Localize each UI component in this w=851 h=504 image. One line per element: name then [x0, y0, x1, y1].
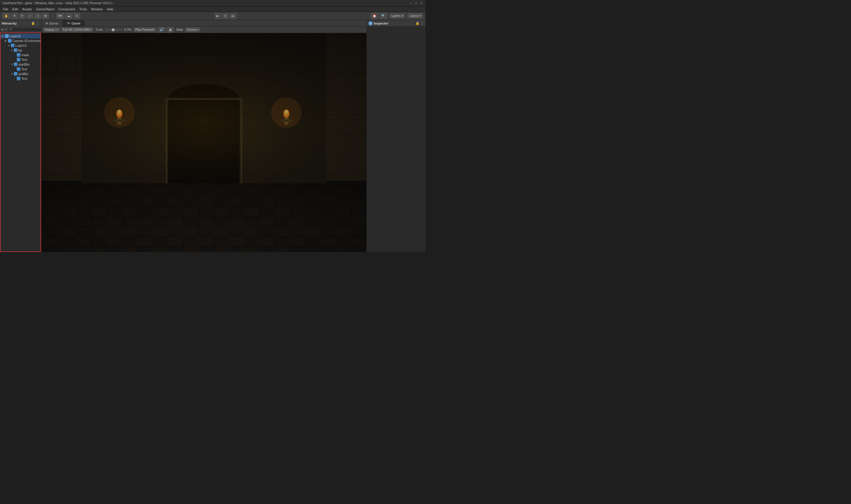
menu-file[interactable]: File [1, 7, 10, 11]
tree-item-text-startbtn[interactable]: ▶ Text [1, 67, 40, 72]
hand-tool[interactable]: ✋ [2, 13, 10, 19]
multi-tool[interactable]: ⊞ [42, 13, 49, 19]
move-tool[interactable]: ✛ [11, 13, 18, 19]
tree-item-label: quitBtn [18, 72, 29, 76]
hierarchy-panel: Hierarchy 🔒 ⋮ + ▾ 👁 ▶ LoginUI ▶ [0, 20, 41, 252]
tree-item-label: Text [21, 77, 27, 80]
menu-edit[interactable]: Edit [11, 7, 20, 11]
menu-component[interactable]: Component [56, 7, 77, 11]
gizmos-arrow: ▾ [197, 29, 199, 31]
layout-arrow: ▾ [420, 14, 421, 17]
window-controls[interactable]: — ☐ ✕ [410, 2, 423, 5]
display-dropdown[interactable]: Display 1 ▾ [43, 28, 60, 32]
tree-item-mask[interactable]: ▶ mask [1, 53, 40, 57]
cube-icon [17, 67, 21, 71]
tree-item-quitbtn[interactable]: ▼ quitBtn [1, 72, 40, 76]
tree-item-loginui-child[interactable]: ▼ LoginUI [1, 43, 40, 48]
scale-tool[interactable]: ⤢ [26, 13, 33, 19]
play-focused-label: Play Focused [135, 28, 153, 31]
game-toolbar: Display 1 ▾ Full HD (1920x1080) ▾ Scale … [41, 26, 366, 33]
play-focused-arrow: ▾ [153, 29, 155, 31]
toolbar-sep-1 [52, 13, 53, 19]
inspector-content [367, 26, 426, 252]
play-button[interactable]: ▶ [215, 13, 221, 19]
hierarchy-search-bar: + ▾ 👁 [0, 26, 41, 33]
tree-item-label: startBtn [18, 62, 30, 66]
audio-btn[interactable]: 🔊 [158, 27, 166, 33]
inspector-panel: i Inspector 🔒 ⋮ [366, 20, 426, 252]
stats-label[interactable]: Stats [175, 28, 184, 31]
tree-item-label: mask [21, 53, 29, 57]
tab-game[interactable]: 🎮 Game [62, 20, 85, 26]
view-menu-icon[interactable]: ⋮ [359, 22, 366, 25]
hierarchy-tree: ▶ LoginUI ▶ Canvas (Environment) ▼ Login… [0, 33, 41, 252]
step-button[interactable]: ⏭ [230, 13, 236, 19]
pause-button[interactable]: ⏸ [222, 13, 229, 19]
game-viewport [41, 33, 366, 252]
tree-item-label: Text [21, 58, 27, 61]
tree-item-text-bg[interactable]: ▶ Text [1, 57, 40, 62]
tree-item-label: LoginUI [10, 34, 21, 38]
inspector-menu-icon[interactable]: ⋮ [421, 22, 424, 25]
tree-arrow: ▶ [2, 35, 5, 37]
menu-window[interactable]: Window [89, 7, 104, 11]
minimize-btn[interactable]: — [410, 2, 413, 5]
hierarchy-lock-icon[interactable]: 🔒 [31, 21, 35, 25]
menu-assets[interactable]: Assets [20, 7, 34, 11]
inspector-header-left: i Inspector [368, 21, 388, 25]
menu-tools[interactable]: Tools [77, 7, 89, 11]
tree-arrow: ▼ [11, 49, 14, 52]
view-tabs: ⊞ Scene 🎮 Game ⋮ [41, 20, 366, 26]
scale-handle[interactable] [112, 29, 115, 31]
tree-item-startbtn[interactable]: ▼ startBtn [1, 62, 40, 67]
layers-dropdown[interactable]: Layers ▾ [390, 13, 405, 18]
layers-arrow: ▾ [402, 14, 403, 17]
tree-arrow: ▼ [11, 63, 14, 66]
tree-item-loginui-root[interactable]: ▶ LoginUI [1, 34, 40, 38]
rotate-tool[interactable]: ↻ [19, 13, 25, 19]
scene-tab-label: Scene [49, 22, 58, 25]
layers-label: Layers [392, 14, 400, 17]
top-toolbar: ✋ ✛ ↻ ⤢ ▭ ⊞ M▾ ☁ ⊙ ▶ ⏸ ⏭ ⏰ 🔍 Layers ▾ La… [0, 12, 426, 20]
game-icon: 🎮 [67, 22, 70, 25]
window-title: CardGameTest - game - Windows, Mac, Linu… [2, 1, 113, 5]
maximize-btn[interactable]: ☐ [415, 2, 418, 5]
cube-icon [17, 53, 21, 57]
cube-icon [17, 76, 21, 80]
inspector-title: Inspector [374, 22, 388, 25]
collab-btn[interactable]: ⊙ [74, 13, 80, 19]
game-scene-svg [41, 33, 366, 252]
account-group: M▾ ☁ ⊙ [56, 13, 80, 19]
menu-help[interactable]: Help [105, 7, 115, 11]
tree-item-label: Canvas (Environment) [13, 39, 41, 42]
svg-rect-80 [41, 33, 366, 252]
history-search: ⏰ 🔍 [370, 13, 387, 19]
hierarchy-menu-icon[interactable]: ⋮ [36, 22, 39, 25]
inspector-controls: 🔒 ⋮ [415, 21, 424, 25]
tree-item-text-quitbtn[interactable]: ▶ Text [1, 76, 40, 81]
tree-arrow: ▼ [8, 44, 11, 47]
scale-slider[interactable] [105, 29, 122, 31]
tree-item-bg[interactable]: ▼ bg [1, 48, 40, 53]
menu-gameobject[interactable]: GameObject [34, 7, 56, 11]
layout-dropdown[interactable]: Layout ▾ [408, 13, 423, 18]
aspect-ratio-btn[interactable]: ▦ [167, 27, 174, 33]
play-focused-dropdown[interactable]: Play Focused ▾ [134, 28, 157, 32]
search-btn[interactable]: 🔍 [379, 13, 387, 19]
hierarchy-add-btn[interactable]: + [1, 27, 3, 32]
inspector-header: i Inspector 🔒 ⋮ [367, 20, 426, 26]
gizmos-dropdown[interactable]: Gizmos ▾ [185, 28, 200, 32]
hierarchy-add-arrow[interactable]: ▾ [5, 28, 6, 31]
account-btn[interactable]: M▾ [56, 13, 64, 19]
inspector-lock-icon[interactable]: 🔒 [415, 21, 420, 25]
main-layout: Hierarchy 🔒 ⋮ + ▾ 👁 ▶ LoginUI ▶ [0, 20, 426, 252]
cube-icon [5, 34, 9, 38]
resolution-dropdown[interactable]: Full HD (1920x1080) ▾ [61, 28, 93, 32]
tree-item-canvas[interactable]: ▶ Canvas (Environment) [1, 38, 40, 43]
rect-tool[interactable]: ▭ [34, 13, 41, 19]
close-btn[interactable]: ✕ [420, 2, 423, 5]
tree-arrow: ▼ [11, 72, 14, 75]
cloud-btn[interactable]: ☁ [65, 13, 72, 19]
history-btn[interactable]: ⏰ [370, 13, 378, 19]
tab-scene[interactable]: ⊞ Scene [41, 20, 62, 26]
